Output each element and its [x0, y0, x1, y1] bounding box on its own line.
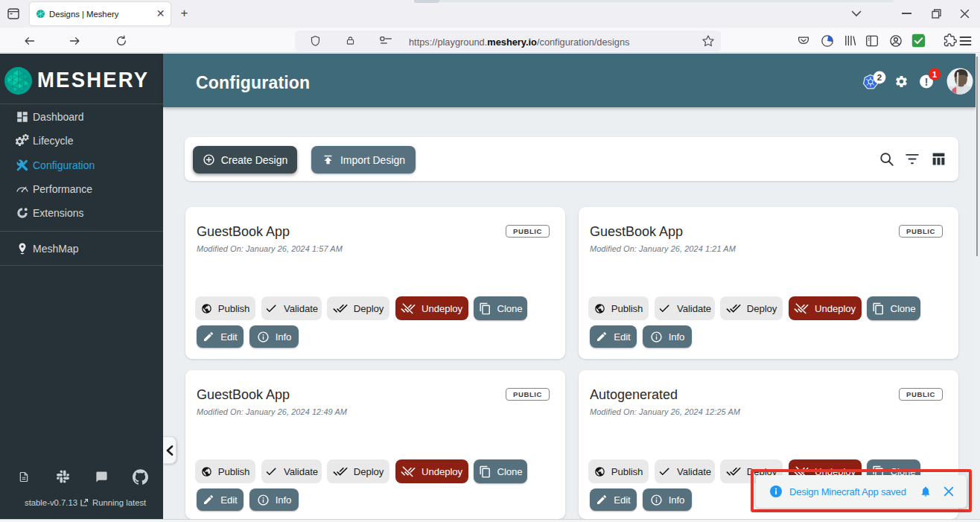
- svg-text:2: 2: [877, 73, 882, 82]
- svg-text:!: !: [925, 75, 929, 88]
- svg-text:1: 1: [932, 70, 938, 79]
